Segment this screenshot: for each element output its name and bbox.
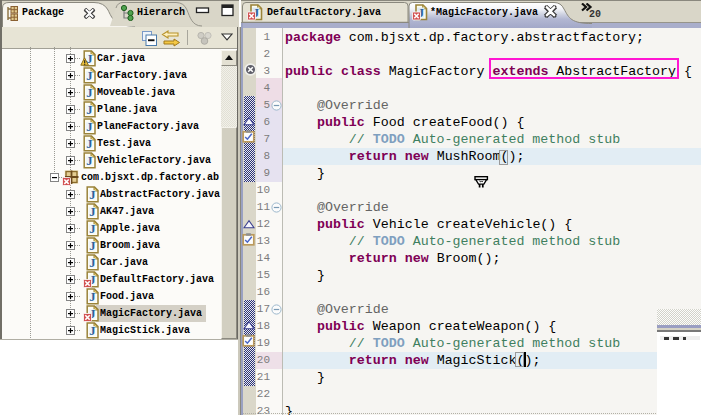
- svg-text:J: J: [86, 137, 92, 151]
- svg-text:J: J: [89, 239, 95, 253]
- svg-text:J: J: [86, 154, 92, 168]
- svg-text:J: J: [86, 120, 92, 134]
- svg-text:J: J: [89, 324, 95, 338]
- svg-text:J: J: [89, 188, 95, 202]
- svg-text:J: J: [89, 256, 95, 270]
- svg-text:J: J: [89, 205, 95, 219]
- svg-text:J: J: [86, 69, 92, 83]
- svg-text:J: J: [89, 222, 95, 236]
- svg-text:J: J: [89, 290, 95, 304]
- svg-text:J: J: [86, 103, 92, 117]
- svg-text:J: J: [86, 86, 92, 100]
